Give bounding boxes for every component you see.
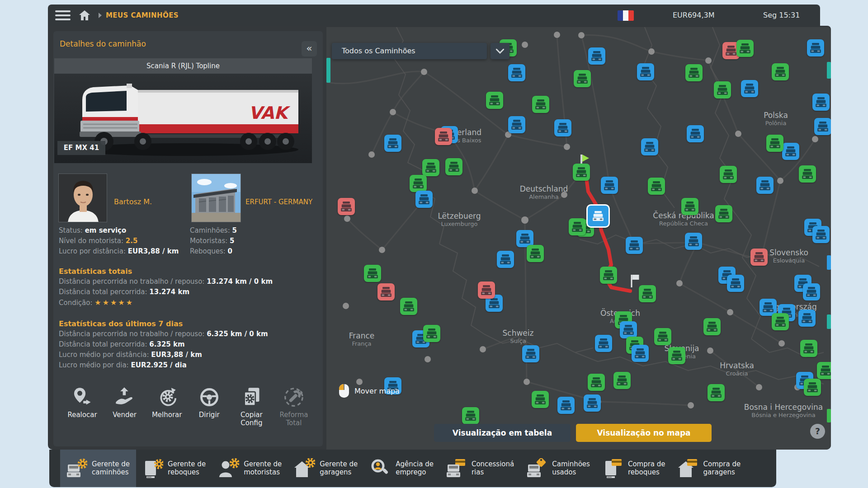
truck-marker[interactable]: [400, 298, 417, 315]
nav-truck-gear[interactable]: Gerente decaminhões: [60, 450, 136, 487]
selected-truck-marker[interactable]: [586, 204, 610, 228]
truck-marker[interactable]: [814, 118, 831, 135]
truck-filter-dropdown[interactable]: Todos os Caminhões: [332, 43, 487, 59]
truck-marker[interactable]: [812, 94, 830, 111]
truck-marker[interactable]: [800, 340, 817, 357]
truck-marker[interactable]: [595, 335, 612, 352]
truck-marker[interactable]: [478, 282, 495, 299]
relocate-button[interactable]: Realocar: [61, 384, 103, 445]
truck-marker[interactable]: [668, 347, 685, 364]
truck-marker[interactable]: [508, 64, 525, 81]
sell-button[interactable]: Vender: [104, 384, 146, 445]
truck-marker[interactable]: [714, 81, 731, 99]
truck-marker[interactable]: [508, 116, 525, 133]
truck-marker[interactable]: [736, 40, 754, 57]
truck-marker[interactable]: [685, 64, 703, 81]
upgrade-button[interactable]: Melhorar: [146, 384, 188, 445]
truck-marker[interactable]: [812, 226, 830, 243]
truck-marker[interactable]: [756, 177, 774, 194]
truck-marker[interactable]: [423, 325, 440, 342]
truck-marker[interactable]: [522, 345, 539, 362]
truck-marker[interactable]: [817, 362, 831, 379]
truck-marker[interactable]: [807, 39, 824, 56]
truck-marker[interactable]: [648, 178, 665, 195]
nav-house-card[interactable]: Compra degaragens: [672, 450, 747, 487]
truck-marker[interactable]: [574, 70, 591, 87]
nav-trailer-gear[interactable]: Gerente dereboques: [136, 450, 212, 487]
truck-marker[interactable]: [554, 119, 571, 136]
truck-marker[interactable]: [703, 318, 721, 335]
truck-marker[interactable]: [569, 218, 586, 235]
truck-marker[interactable]: [445, 158, 462, 175]
truck-marker[interactable]: [772, 313, 789, 330]
truck-marker[interactable]: [415, 191, 433, 208]
truck-marker[interactable]: [588, 47, 605, 65]
driver-name[interactable]: Bartosz M.: [114, 197, 152, 206]
truck-marker[interactable]: [532, 96, 549, 113]
truck-marker[interactable]: [782, 143, 799, 160]
collapse-panel-button[interactable]: «: [302, 41, 317, 56]
truck-marker[interactable]: [641, 138, 658, 155]
truck-marker[interactable]: [708, 384, 725, 401]
truck-marker[interactable]: [601, 177, 618, 194]
home-icon[interactable]: [79, 9, 90, 21]
help-button[interactable]: ?: [810, 424, 825, 439]
truck-marker[interactable]: [632, 345, 649, 362]
truck-marker[interactable]: [435, 128, 452, 145]
stat-row: Distância total percorrida: 6.325 km: [59, 340, 268, 351]
nav-truck-tag[interactable]: Caminhõesusados: [520, 450, 596, 487]
garage-name[interactable]: ERFURT - GERMANY: [245, 198, 312, 206]
truck-marker[interactable]: [462, 407, 479, 424]
nav-house-gear[interactable]: Gerente degaragens: [288, 450, 364, 487]
truck-marker[interactable]: [532, 391, 549, 408]
menu-icon[interactable]: [55, 10, 71, 20]
truck-marker[interactable]: [715, 205, 732, 222]
overhaul-button[interactable]: Reforma Total: [273, 384, 315, 445]
breadcrumb[interactable]: MEUS CAMINHÕES: [106, 11, 179, 19]
copy-config-button[interactable]: Copiar Config: [231, 384, 272, 445]
truck-marker[interactable]: [654, 328, 671, 345]
table-view-button[interactable]: Visualização em tabela: [434, 424, 571, 442]
truck-marker[interactable]: [527, 245, 544, 262]
truck-marker[interactable]: [557, 397, 575, 414]
truck-marker[interactable]: [620, 321, 637, 338]
drive-button[interactable]: Dirigir: [189, 384, 230, 445]
truck-marker[interactable]: [637, 63, 654, 80]
truck-marker[interactable]: [613, 372, 631, 389]
truck-marker[interactable]: [497, 251, 514, 268]
truck-marker[interactable]: [626, 237, 643, 254]
nav-person-search[interactable]: Agência deemprego: [364, 450, 440, 487]
truck-marker[interactable]: [377, 283, 395, 300]
truck-marker[interactable]: [750, 249, 768, 266]
truck-marker[interactable]: [422, 159, 439, 176]
truck-marker[interactable]: [720, 166, 737, 183]
filter-chevron-down-icon[interactable]: [491, 43, 509, 59]
truck-marker[interactable]: [766, 135, 783, 152]
truck-marker[interactable]: [804, 379, 821, 396]
truck-marker[interactable]: [681, 198, 698, 215]
truck-marker[interactable]: [799, 165, 816, 183]
truck-marker[interactable]: [384, 135, 401, 152]
truck-marker[interactable]: [772, 63, 789, 80]
truck-marker[interactable]: [803, 283, 820, 300]
truck-marker[interactable]: [741, 80, 758, 97]
truck-marker[interactable]: [687, 125, 704, 142]
nav-truck-card[interactable]: Concessionárias: [440, 450, 520, 487]
france-flag-icon[interactable]: [618, 10, 634, 21]
nav-trailer-card[interactable]: Compra dereboques: [596, 450, 672, 487]
truck-marker[interactable]: [486, 92, 503, 109]
truck-marker[interactable]: [600, 267, 617, 284]
truck-marker[interactable]: [798, 310, 816, 327]
truck-marker[interactable]: [685, 233, 702, 250]
truck-marker[interactable]: [639, 285, 656, 302]
truck-marker[interactable]: [338, 198, 355, 215]
truck-marker[interactable]: [727, 275, 744, 292]
nav-person-gear[interactable]: Gerente demotoristas: [212, 450, 288, 487]
truck-marker[interactable]: [573, 164, 590, 181]
truck-marker[interactable]: [364, 265, 381, 282]
truck-marker[interactable]: [588, 374, 605, 391]
truck-marker[interactable]: [410, 175, 427, 192]
truck-marker[interactable]: [584, 394, 601, 412]
map-view-button[interactable]: Visualização no mapa: [576, 424, 712, 442]
fleet-map[interactable]: NederlandPaíses BaixosDeutschlandAlemanh…: [326, 27, 831, 450]
